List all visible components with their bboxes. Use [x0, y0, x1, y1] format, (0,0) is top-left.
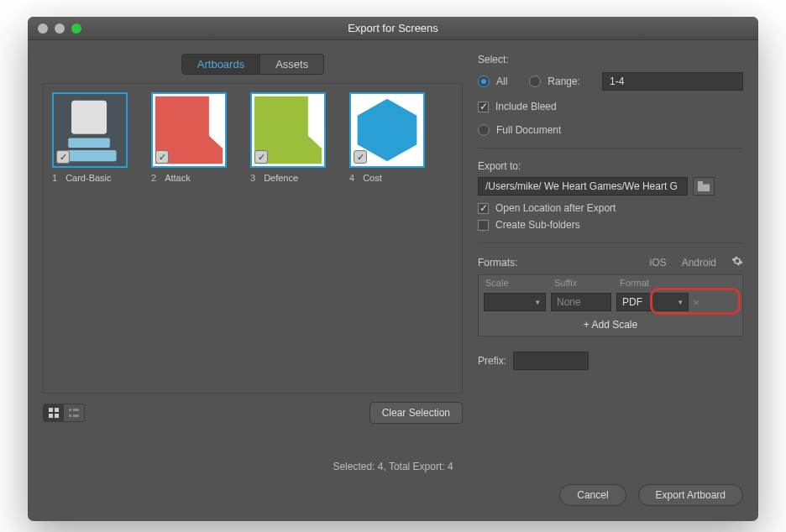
clear-selection-button[interactable]: Clear Selection — [369, 402, 463, 424]
create-subfolders-checkbox[interactable]: Create Sub-folders — [478, 219, 743, 231]
svg-rect-11 — [55, 414, 59, 418]
artboard-item[interactable]: ✓ 3Defence — [250, 92, 326, 183]
range-input[interactable] — [602, 72, 743, 91]
artboard-selected-checkbox[interactable]: ✓ — [56, 150, 70, 164]
svg-rect-3 — [62, 150, 117, 161]
list-icon — [68, 407, 80, 419]
grid-icon — [48, 407, 60, 419]
svg-rect-8 — [49, 408, 53, 412]
chevron-down-icon: ▾ — [536, 298, 540, 306]
choose-folder-button[interactable] — [693, 177, 715, 196]
formats-table: Scale Suffix Format ▾ None PDF — [478, 274, 743, 336]
open-location-checkbox[interactable]: Open Location after Export — [478, 202, 743, 214]
select-all-radio[interactable]: All — [478, 76, 507, 87]
artboard-item[interactable]: ✓ 4Cost — [349, 92, 425, 183]
titlebar: Export for Screens — [28, 17, 758, 40]
delete-format-row-button[interactable]: × — [689, 296, 704, 309]
android-preset-link[interactable]: Android — [682, 257, 716, 269]
prefix-label: Prefix: — [478, 355, 506, 367]
export-for-screens-dialog: Export for Screens Artboards Assets — [28, 17, 758, 521]
svg-rect-9 — [55, 408, 59, 412]
window-zoom-button[interactable] — [71, 23, 81, 34]
gear-icon — [731, 255, 743, 267]
format-row: ▾ None PDF ▾ × — [479, 290, 742, 314]
chevron-down-icon: ▾ — [679, 298, 683, 306]
artboard-panel: ✓ 1Card-Basic ✓ 2Attack — [43, 83, 463, 394]
window-minimize-button[interactable] — [55, 23, 65, 34]
tab-bar: Artboards Assets — [43, 54, 463, 75]
ios-preset-link[interactable]: iOS — [650, 257, 667, 269]
window-title: Export for Screens — [28, 22, 758, 34]
svg-rect-13 — [73, 409, 79, 411]
view-mode-toggle — [43, 404, 85, 422]
svg-rect-10 — [49, 414, 53, 418]
tab-assets[interactable]: Assets — [260, 54, 324, 75]
full-document-radio[interactable]: Full Document — [478, 124, 743, 136]
svg-rect-14 — [69, 415, 71, 417]
folder-icon — [698, 181, 710, 191]
window-close-button[interactable] — [38, 23, 48, 34]
artboard-item[interactable]: ✓ 1Card-Basic — [52, 92, 128, 183]
include-bleed-checkbox[interactable]: Include Bleed — [478, 101, 743, 112]
artboard-selected-checkbox[interactable]: ✓ — [354, 150, 367, 164]
cancel-button[interactable]: Cancel — [559, 484, 626, 506]
list-view-button[interactable] — [64, 404, 84, 421]
status-text: Selected: 4, Total Export: 4 — [28, 461, 758, 472]
add-scale-button[interactable]: + Add Scale — [479, 314, 742, 336]
prefix-input[interactable] — [513, 352, 589, 370]
suffix-input[interactable]: None — [551, 293, 611, 311]
artboard-selected-checkbox[interactable]: ✓ — [254, 150, 268, 164]
select-label: Select: — [478, 54, 743, 65]
export-to-label: Export to: — [478, 160, 743, 172]
svg-rect-1 — [71, 101, 107, 134]
select-range-radio[interactable]: Range: — [529, 76, 580, 87]
artboard-item[interactable]: ✓ 2Attack — [151, 92, 227, 183]
artboard-selected-checkbox[interactable]: ✓ — [155, 150, 169, 164]
export-artboard-button[interactable]: Export Artboard — [638, 484, 743, 506]
svg-rect-12 — [69, 409, 71, 411]
grid-view-button[interactable] — [44, 404, 64, 421]
formats-settings-button[interactable] — [731, 255, 743, 269]
export-path-input[interactable] — [478, 177, 688, 196]
tab-artboards[interactable]: Artboards — [181, 54, 260, 75]
formats-label: Formats: — [478, 257, 517, 269]
format-select[interactable]: PDF ▾ — [616, 293, 689, 311]
svg-rect-2 — [68, 138, 110, 148]
scale-select[interactable]: ▾ — [484, 293, 546, 311]
svg-rect-15 — [73, 415, 79, 417]
svg-rect-16 — [698, 181, 703, 184]
